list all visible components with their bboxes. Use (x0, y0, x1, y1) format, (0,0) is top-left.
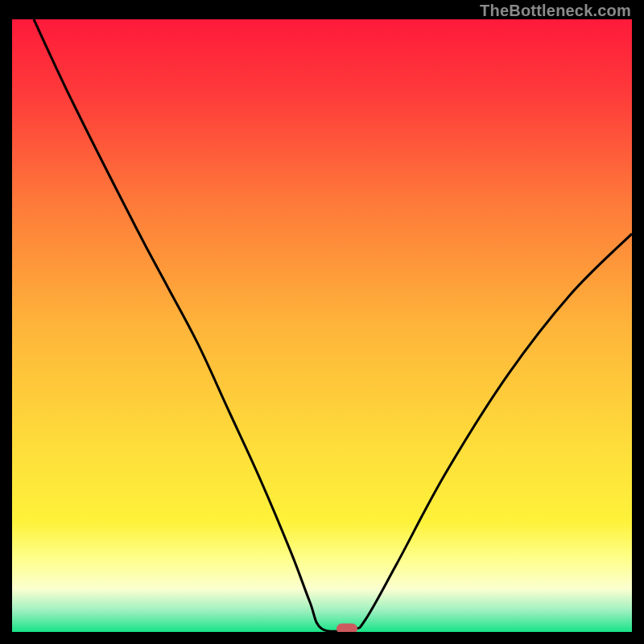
optimal-marker (336, 624, 357, 632)
plot-area (12, 19, 632, 632)
gradient-background (12, 19, 632, 632)
chart-frame: TheBottleneck.com (0, 0, 644, 644)
watermark-text: TheBottleneck.com (480, 2, 631, 20)
